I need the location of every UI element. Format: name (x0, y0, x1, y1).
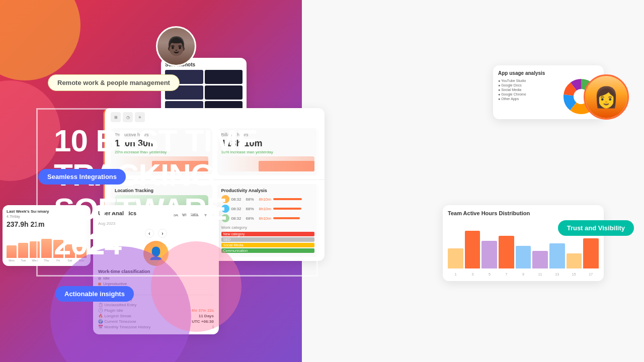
pill-trust: Trust and Visibility (558, 220, 634, 236)
th-bar-3 (481, 241, 497, 268)
th-bar-5 (516, 246, 531, 268)
th-bar-1 (448, 248, 463, 268)
app-item-5: ● Other Apps (498, 97, 560, 101)
app-usage-title: App usage analysis (498, 70, 599, 76)
avatar-woman-image: 👩 (585, 76, 627, 118)
th-bar-4 (499, 236, 514, 268)
app-list: ● YouTube Studio ● Google Docs ● Social … (498, 79, 560, 114)
right-background (302, 0, 644, 362)
app-item-4: ● Google Chrome (498, 93, 560, 96)
avatar-man-image: 👨🏿 (157, 28, 195, 65)
page-title: 10 BEST TIME TRACKING SOFTWARE 2024 (54, 124, 300, 261)
th-lbl-4: 7 (499, 273, 515, 276)
th-lbl-7: 13 (549, 273, 565, 276)
th-bar-7 (549, 243, 565, 268)
th-lbl-2: 3 (465, 273, 481, 276)
th-bar-group-9 (583, 238, 599, 268)
th-bar-group-5 (516, 246, 531, 268)
th-bar-group-2 (465, 231, 480, 268)
screenshot-thumb-4 (205, 85, 243, 100)
wk-label-1: Mon (7, 259, 17, 262)
th-lbl-9: 17 (583, 273, 599, 276)
title-box: 10 BEST TIME TRACKING SOFTWARE 2024 (36, 108, 318, 277)
th-lbl-5: 9 (515, 273, 531, 276)
th-axis-labels: 1 3 5 7 9 11 13 15 17 (448, 270, 599, 276)
th-bar-group-7 (549, 243, 565, 268)
screenshot-thumb-2 (205, 70, 243, 84)
app-item-2: ● Google Docs (498, 83, 560, 87)
th-lbl-3: 5 (481, 273, 498, 276)
th-lbl-1: 1 (448, 273, 464, 276)
pill-actionable: Actionable insights (55, 286, 134, 302)
th-bar-2 (465, 231, 480, 268)
wk-bar-2 (18, 243, 28, 258)
th-bar-9 (583, 238, 599, 268)
wk-bar-1 (7, 245, 17, 258)
th-bar-group-4 (499, 236, 514, 268)
th-bar-group-3 (481, 241, 497, 268)
pill-integrations: Seamless Integrations (38, 169, 126, 185)
team-hours-card: Team Active Hours Distribution (443, 205, 604, 281)
app-item-1: ● YouTube Studio (498, 79, 560, 82)
th-bar-8 (567, 253, 582, 268)
wk-label-2: Tue (18, 259, 28, 262)
th-bar-6 (532, 251, 548, 268)
th-lbl-6: 11 (532, 273, 548, 276)
th-bar-group-6 (532, 251, 548, 268)
th-bar-group-1 (448, 248, 463, 268)
team-hours-title: Team Active Hours Distribution (448, 210, 599, 216)
avatar-man: 👨🏿 (156, 26, 196, 66)
app-item-3: ● Social Media (498, 88, 560, 92)
avatar-woman: 👩 (584, 74, 629, 120)
th-lbl-8: 15 (566, 273, 582, 276)
pill-remote: Remote work & people management (48, 74, 180, 91)
th-bar-group-8 (567, 253, 582, 268)
